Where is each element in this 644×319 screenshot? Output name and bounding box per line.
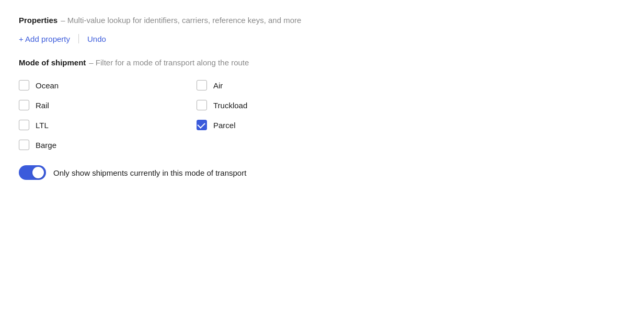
actions-divider	[78, 34, 79, 43]
checkbox-barge-label: Barge	[36, 141, 56, 150]
toggle-thumb	[32, 167, 44, 178]
toggle-row: Only show shipments currently in this mo…	[19, 165, 625, 180]
properties-header: Properties – Multi-value lookup for iden…	[19, 16, 625, 25]
actions-row: + Add property Undo	[19, 34, 625, 43]
mode-description: – Filter for a mode of transport along t…	[89, 58, 249, 67]
checkbox-rail-label: Rail	[36, 101, 49, 110]
toggle-label: Only show shipments currently in this mo…	[53, 168, 246, 177]
checkbox-rail[interactable]: Rail	[19, 95, 197, 115]
checkbox-parcel-box[interactable]	[197, 120, 207, 130]
checkbox-barge[interactable]: Barge	[19, 135, 197, 155]
checkbox-ocean-box[interactable]	[19, 80, 29, 90]
checkbox-ltl-label: LTL	[36, 121, 49, 130]
mode-title: Mode of shipment	[19, 58, 86, 67]
right-column: Air Truckload Parcel	[197, 75, 374, 155]
checkbox-truckload-box[interactable]	[197, 100, 207, 110]
checkbox-parcel[interactable]: Parcel	[197, 115, 374, 135]
checkbox-ocean[interactable]: Ocean	[19, 75, 197, 95]
left-column: Ocean Rail LTL Barge	[19, 75, 197, 155]
mode-of-shipment-section: Mode of shipment – Filter for a mode of …	[19, 58, 625, 180]
add-property-button[interactable]: + Add property	[19, 35, 78, 43]
checkboxes-grid: Ocean Rail LTL Barge Air Truc	[19, 75, 374, 155]
properties-title: Properties	[19, 16, 58, 25]
checkbox-air-box[interactable]	[197, 80, 207, 90]
checkbox-parcel-label: Parcel	[213, 121, 236, 130]
properties-description: – Multi-value lookup for identifiers, ca…	[61, 16, 301, 25]
undo-button[interactable]: Undo	[87, 35, 106, 43]
checkbox-barge-box[interactable]	[19, 140, 29, 150]
checkbox-ocean-label: Ocean	[36, 81, 59, 90]
mode-header: Mode of shipment – Filter for a mode of …	[19, 58, 625, 67]
checkbox-rail-box[interactable]	[19, 100, 29, 110]
transport-mode-toggle[interactable]	[19, 165, 46, 180]
checkbox-air[interactable]: Air	[197, 75, 374, 95]
checkbox-ltl[interactable]: LTL	[19, 115, 197, 135]
checkbox-air-label: Air	[213, 81, 223, 90]
checkbox-truckload-label: Truckload	[213, 101, 247, 110]
checkbox-ltl-box[interactable]	[19, 120, 29, 130]
checkbox-truckload[interactable]: Truckload	[197, 95, 374, 115]
